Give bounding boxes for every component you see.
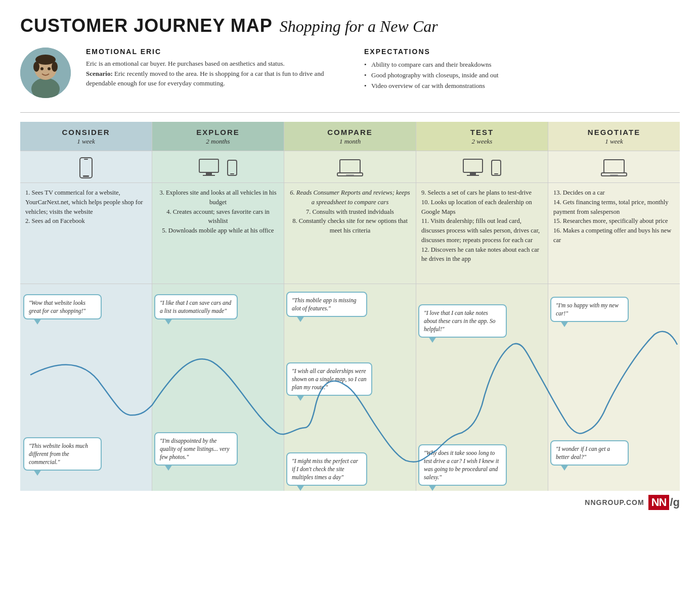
bubble-compare-3: "I wish all car dealerships were shown o… bbox=[286, 362, 372, 396]
svg-rect-15 bbox=[230, 173, 234, 174]
actions-explore: 3. Explores site and looks at all vehicl… bbox=[152, 183, 284, 284]
actions-row: 1. Sees TV commerical for a website, You… bbox=[20, 182, 680, 284]
phase-header-compare: COMPARE 1 month bbox=[284, 122, 416, 151]
action-explore-2: 4. Creates account; saves favorite cars … bbox=[157, 207, 279, 226]
action-test-3: 11. Visits dealership; fills out lead ca… bbox=[421, 216, 543, 245]
actions-test: 9. Selects a set of cars he plans to tes… bbox=[416, 183, 548, 284]
action-explore-1: 3. Explores site and looks at all vehicl… bbox=[157, 188, 279, 207]
em-compare: "This mobile app is missing alot of feat… bbox=[284, 284, 416, 491]
footer: NNGROUP.COM NN /g bbox=[20, 495, 680, 510]
phase-header-test: TEST 2 weeks bbox=[416, 122, 548, 151]
section-divider bbox=[20, 112, 680, 113]
action-negotiate-3: 15. Researches more, specifically about … bbox=[553, 216, 675, 226]
persona-section: EMOTIONAL ERIC Eric is an emotional car … bbox=[20, 48, 680, 98]
avatar bbox=[20, 48, 71, 98]
svg-rect-11 bbox=[199, 159, 218, 172]
svg-rect-20 bbox=[470, 173, 476, 175]
bubble-compare-2: "I might miss the perfect car if I don't… bbox=[286, 452, 367, 486]
expectations-title: EXPECTATIONS bbox=[364, 48, 680, 56]
phase-header-consider: CONSIDER 1 week bbox=[20, 122, 152, 151]
svg-rect-13 bbox=[203, 175, 215, 176]
expectations-list: Ability to compare cars and their breakd… bbox=[364, 60, 680, 91]
bubble-test-2: "Why does it take sooo long to test driv… bbox=[418, 444, 507, 486]
device-row bbox=[20, 151, 680, 182]
svg-rect-14 bbox=[228, 160, 237, 175]
bubble-compare-1: "This mobile app is missing alot of feat… bbox=[286, 292, 367, 317]
bubble-consider-1: "Wow that website looks great for car sh… bbox=[23, 294, 102, 319]
desktop-icon bbox=[199, 159, 223, 177]
svg-rect-23 bbox=[494, 173, 498, 174]
title-bold: CUSTOMER JOURNEY MAP bbox=[20, 15, 273, 36]
actions-negotiate: 13. Decides on a car 14. Gets financing … bbox=[548, 183, 680, 284]
expectation-item-1: Ability to compare cars and their breakd… bbox=[364, 60, 680, 70]
action-compare-1: 6. Reads Consumer Reports and reviews; k… bbox=[289, 188, 411, 207]
persona-desc-text: Eric is an emotional car buyer. He purch… bbox=[86, 60, 285, 67]
title-area: CUSTOMER JOURNEY MAP Shopping for a New … bbox=[20, 15, 680, 36]
action-compare-3: 8. Constantly checks site for new option… bbox=[289, 216, 411, 236]
page-wrapper: CUSTOMER JOURNEY MAP Shopping for a New … bbox=[20, 15, 680, 510]
phase-headers-row: CONSIDER 1 week EXPLORE 2 months COMPARE… bbox=[20, 122, 680, 151]
svg-point-6 bbox=[40, 67, 43, 70]
svg-point-5 bbox=[52, 62, 58, 72]
laptop-icon-2 bbox=[601, 159, 627, 176]
device-consider bbox=[20, 151, 152, 182]
em-negotiate: "I'm so happy with my new car!" "I wonde… bbox=[548, 284, 680, 491]
expectation-item-2: Good photography with closeups, inside a… bbox=[364, 70, 680, 81]
svg-point-4 bbox=[33, 62, 39, 72]
svg-rect-8 bbox=[80, 158, 92, 178]
persona-name: EMOTIONAL ERIC bbox=[86, 48, 339, 56]
svg-rect-21 bbox=[467, 175, 479, 176]
svg-rect-18 bbox=[346, 174, 354, 175]
action-test-2: 10. Looks up location of each dealership… bbox=[421, 198, 543, 217]
mobile-icon-2 bbox=[491, 160, 501, 176]
svg-rect-10 bbox=[84, 159, 88, 160]
action-compare-2: 7. Consults with trusted indviduals bbox=[289, 207, 411, 217]
emotion-row: "Wow that website looks great for car sh… bbox=[20, 284, 680, 491]
nn-logo: NN /g bbox=[648, 495, 680, 510]
mobile-icon bbox=[227, 160, 237, 176]
scenario-label: Scenario: bbox=[86, 70, 113, 77]
actions-consider: 1. Sees TV commerical for a website, You… bbox=[20, 183, 152, 284]
svg-rect-12 bbox=[206, 173, 212, 175]
bubble-consider-2: "This website looks much different from … bbox=[23, 437, 102, 471]
bubble-explore-1: "I like that I can save cars and a list … bbox=[154, 294, 238, 319]
scenario-text: Eric recently moved to the area. He is s… bbox=[86, 70, 324, 87]
action-consider-2: 2. Sees ad on Facebook bbox=[25, 216, 147, 226]
device-test bbox=[416, 151, 548, 182]
svg-rect-26 bbox=[610, 174, 618, 175]
expectation-item-3: Video overview of car with demonstration… bbox=[364, 81, 680, 91]
bubble-test-1: "I love that I can take notes about thes… bbox=[418, 304, 507, 338]
journey-map: CONSIDER 1 week EXPLORE 2 months COMPARE… bbox=[20, 122, 680, 491]
actions-compare: 6. Reads Consumer Reports and reviews; k… bbox=[284, 183, 416, 284]
bubble-negotiate-2: "I wonder if I can get a better deal?" bbox=[550, 440, 629, 466]
action-negotiate-4: 16. Makes a competing offer and buys his… bbox=[553, 226, 675, 245]
phase-header-negotiate: NEGOTIATE 1 week bbox=[548, 122, 680, 151]
em-explore: "I like that I can save cars and a list … bbox=[152, 284, 284, 491]
svg-rect-19 bbox=[463, 159, 483, 172]
nn-logo-text: NN bbox=[648, 495, 670, 510]
action-test-4: 12. Discovers he can take notes about ea… bbox=[421, 245, 543, 264]
nn-logo-slash: /g bbox=[670, 496, 680, 509]
em-consider: "Wow that website looks great for car sh… bbox=[20, 284, 152, 491]
laptop-icon bbox=[337, 159, 363, 176]
action-consider-1: 1. Sees TV commerical for a website, You… bbox=[25, 188, 147, 216]
device-compare bbox=[284, 151, 416, 182]
svg-rect-22 bbox=[492, 160, 501, 175]
svg-point-7 bbox=[48, 67, 51, 70]
action-negotiate-2: 14. Gets financing terms, total price, m… bbox=[553, 198, 675, 217]
bubble-explore-2: "I'm disappointed by the quality of some… bbox=[154, 432, 238, 466]
action-test-1: 9. Selects a set of cars he plans to tes… bbox=[421, 188, 543, 198]
action-explore-3: 5. Downloads mobile app while at his off… bbox=[157, 226, 279, 236]
device-negotiate bbox=[548, 151, 680, 182]
device-explore bbox=[152, 151, 284, 182]
persona-description: Eric is an emotional car buyer. He purch… bbox=[86, 59, 339, 88]
action-negotiate-1: 13. Decides on a car bbox=[553, 188, 675, 198]
em-test: "I love that I can take notes about thes… bbox=[416, 284, 548, 491]
phase-header-explore: EXPLORE 2 months bbox=[152, 122, 284, 151]
desktop-icon-2 bbox=[463, 159, 487, 177]
footer-website: NNGROUP.COM bbox=[585, 498, 644, 506]
persona-info: EMOTIONAL ERIC Eric is an emotional car … bbox=[86, 48, 339, 88]
title-italic: Shopping for a New Car bbox=[280, 17, 438, 36]
svg-rect-24 bbox=[604, 160, 624, 173]
phone-icon bbox=[79, 157, 93, 178]
